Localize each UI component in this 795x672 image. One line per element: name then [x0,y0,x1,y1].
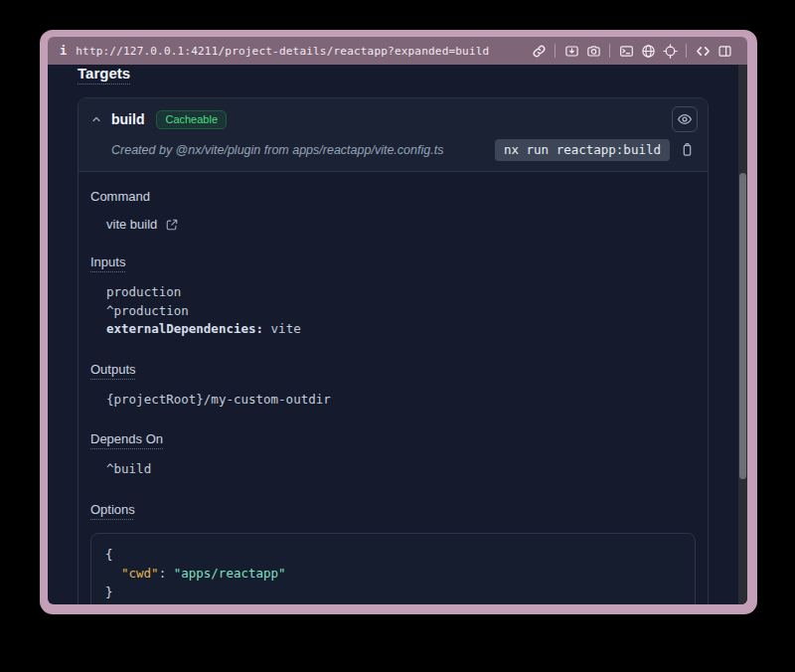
build-card-header[interactable]: build Cacheable Created by @nx/vite/plug… [79,98,708,171]
link-icon[interactable] [528,40,550,62]
target-card-build: build Cacheable Created by @nx/vite/plug… [78,97,709,604]
scrollbar-thumb[interactable] [739,173,746,479]
copy-button[interactable] [680,142,696,158]
section-heading-outputs: Outputs [90,362,696,377]
camera-icon[interactable] [582,40,604,62]
url-field[interactable]: http://127.0.0.1:4211/project-details/re… [76,45,489,58]
code-icon[interactable] [692,40,714,62]
terminal-icon[interactable] [615,40,637,62]
section-heading-depends-on: Depends On [90,431,696,446]
input-item: ^production [106,302,696,321]
output-item: {projectRoot}/my-custom-outdir [106,391,696,410]
save-page-icon[interactable] [560,40,582,62]
view-target-button[interactable] [672,106,698,132]
page-title: Targets [78,65,130,82]
cacheable-badge: Cacheable [156,110,227,129]
toolbar-divider [609,44,610,58]
copy-icon [680,142,695,157]
build-card-body: Command vite build Inputs [79,189,708,604]
toolbar-divider [686,44,687,58]
browser-window: i http://127.0.0.1:4211/project-details/… [40,30,757,614]
toolbar-divider [555,44,556,58]
command-value: vite build [106,217,157,232]
section-heading-command: Command [90,189,696,204]
created-by-text: Created by @nx/vite/plugin from apps/rea… [111,143,443,157]
card-divider [79,171,708,172]
page-content: Targets build Cacheable [48,65,747,604]
input-item: externalDependencies: vite [106,320,696,339]
external-link-icon[interactable] [165,218,179,232]
crosshair-icon[interactable] [659,40,681,62]
input-item: production [106,283,696,302]
info-icon: i [60,44,67,58]
run-command-chip: nx run reactapp:build [495,139,670,161]
scrollbar-track[interactable] [738,65,747,604]
eye-icon [677,111,693,127]
split-panel-icon[interactable] [714,40,735,62]
section-heading-inputs: Inputs [90,254,696,269]
options-code-block: {"cwd": "apps/reactapp"} [90,533,696,605]
browser-toolbar: i http://127.0.0.1:4211/project-details/… [48,37,747,65]
section-heading-options: Options [90,502,696,517]
target-name-build: build [111,111,144,127]
globe-icon[interactable] [637,40,659,62]
depends-on-item: ^build [106,460,696,479]
chevron-up-icon[interactable] [90,113,102,125]
